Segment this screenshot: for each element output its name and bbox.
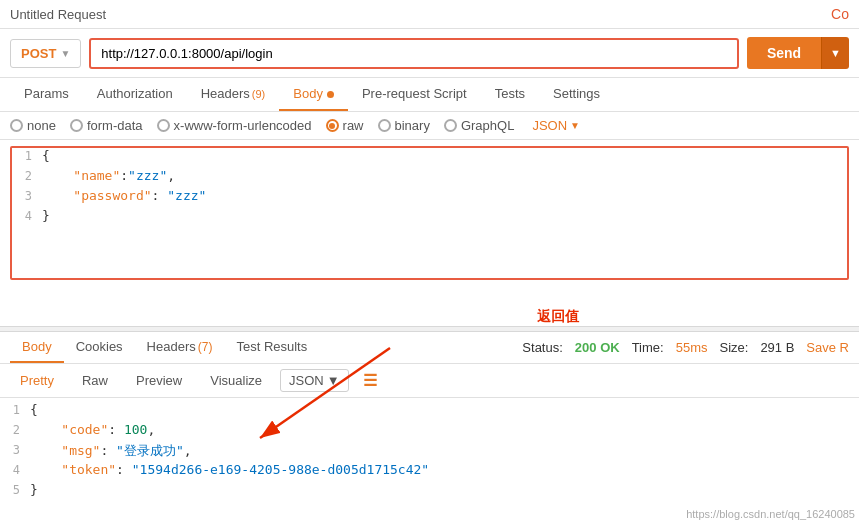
req-line-2: 2 "name":"zzz",: [12, 168, 847, 188]
status-label: Status:: [522, 340, 562, 355]
url-input[interactable]: [89, 38, 739, 69]
fmt-preview[interactable]: Preview: [126, 369, 192, 392]
radio-form-data: [70, 119, 83, 132]
req-line-3: 3 "password": "zzz": [12, 188, 847, 208]
resp-line-1: 1 {: [0, 402, 859, 422]
resp-tab-cookies[interactable]: Cookies: [64, 332, 135, 363]
resp-tab-test-results[interactable]: Test Results: [224, 332, 319, 363]
body-dot: [327, 91, 334, 98]
req-line-1: 1 {: [12, 148, 847, 168]
resp-line-3: 3 "msg": "登录成功",: [0, 442, 859, 462]
request-code-area: 1 { 2 "name":"zzz", 3 "password": "zzz" …: [12, 148, 847, 278]
save-response-button[interactable]: Save R: [806, 340, 849, 355]
response-code-lines: 1 { 2 "code": 100, 3 "msg": "登录成功", 4: [0, 402, 859, 502]
resp-line-4: 4 "token": "1594d266-e169-4205-988e-d005…: [0, 462, 859, 482]
request-body-editor[interactable]: 1 { 2 "name":"zzz", 3 "password": "zzz" …: [10, 146, 849, 280]
title-bar-icon[interactable]: Co: [831, 6, 849, 22]
response-status: Status: 200 OK Time: 55ms Size: 291 B Sa…: [522, 340, 849, 355]
wrap-button[interactable]: ☰: [363, 371, 377, 390]
option-none[interactable]: none: [10, 118, 56, 133]
option-urlencoded[interactable]: x-www-form-urlencoded: [157, 118, 312, 133]
radio-graphql: [444, 119, 457, 132]
resp-format-arrow: ▼: [327, 373, 340, 388]
radio-raw: [326, 119, 339, 132]
resp-tab-body[interactable]: Body: [10, 332, 64, 363]
req-line-4: 4 }: [12, 208, 847, 228]
response-json-format-select[interactable]: JSON ▼: [280, 369, 349, 392]
url-bar: POST ▼ Send ▼: [0, 29, 859, 78]
request-spacer: [0, 286, 859, 326]
json-format-select[interactable]: JSON ▼: [532, 118, 580, 133]
response-code-area: 1 { 2 "code": 100, 3 "msg": "登录成功", 4: [0, 398, 859, 506]
method-select[interactable]: POST ▼: [10, 39, 81, 68]
option-form-data[interactable]: form-data: [70, 118, 143, 133]
response-format-bar: Pretty Raw Preview Visualize JSON ▼ ☰: [0, 364, 859, 398]
annotation-container: Body Cookies Headers(7) Test Results 返回值…: [0, 332, 859, 364]
radio-binary: [378, 119, 391, 132]
annotation-label: 返回值: [537, 308, 579, 326]
tab-settings[interactable]: Settings: [539, 78, 614, 111]
radio-none: [10, 119, 23, 132]
size-label: Size:: [719, 340, 748, 355]
status-value: 200 OK: [575, 340, 620, 355]
tab-pre-request[interactable]: Pre-request Script: [348, 78, 481, 111]
tab-headers[interactable]: Headers(9): [187, 78, 280, 111]
json-format-arrow: ▼: [570, 120, 580, 131]
title-bar: Untitled Request Co: [0, 0, 859, 29]
fmt-raw[interactable]: Raw: [72, 369, 118, 392]
fmt-visualize[interactable]: Visualize: [200, 369, 272, 392]
tab-tests[interactable]: Tests: [481, 78, 539, 111]
fmt-pretty[interactable]: Pretty: [10, 369, 64, 392]
send-button-group: Send ▼: [747, 37, 849, 69]
response-code-wrapper: 1 { 2 "code": 100, 3 "msg": "登录成功", 4: [0, 398, 859, 506]
time-value: 55ms: [676, 340, 708, 355]
send-button[interactable]: Send: [747, 37, 821, 69]
option-raw[interactable]: raw: [326, 118, 364, 133]
tab-body[interactable]: Body: [279, 78, 348, 111]
option-binary[interactable]: binary: [378, 118, 430, 133]
request-code-lines: 1 { 2 "name":"zzz", 3 "password": "zzz" …: [12, 148, 847, 228]
option-graphql[interactable]: GraphQL: [444, 118, 514, 133]
response-tabs-bar: Body Cookies Headers(7) Test Results 返回值…: [0, 332, 859, 364]
response-section: Body Cookies Headers(7) Test Results 返回值…: [0, 332, 859, 506]
resp-line-2: 2 "code": 100,: [0, 422, 859, 442]
tab-params[interactable]: Params: [10, 78, 83, 111]
time-label: Time:: [632, 340, 664, 355]
send-dropdown-button[interactable]: ▼: [821, 37, 849, 69]
body-options-bar: none form-data x-www-form-urlencoded raw…: [0, 112, 859, 140]
resp-line-5: 5 }: [0, 482, 859, 502]
method-dropdown-arrow: ▼: [60, 48, 70, 59]
size-value: 291 B: [760, 340, 794, 355]
radio-urlencoded: [157, 119, 170, 132]
watermark: https://blog.csdn.net/qq_16240085: [686, 508, 855, 520]
resp-tab-headers[interactable]: Headers(7): [135, 332, 225, 363]
tab-authorization[interactable]: Authorization: [83, 78, 187, 111]
window-title: Untitled Request: [10, 7, 106, 22]
request-tabs-bar: Params Authorization Headers(9) Body Pre…: [0, 78, 859, 112]
